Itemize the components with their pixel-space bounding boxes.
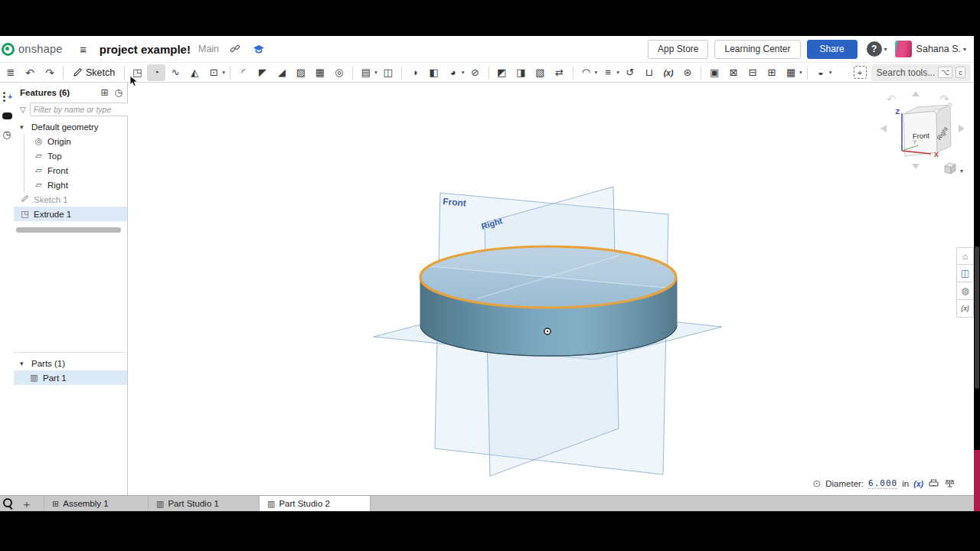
move-face-icon[interactable]: ◩	[493, 64, 511, 81]
tree-row-sketch1[interactable]: Sketch 1	[14, 192, 127, 207]
tree-row-origin[interactable]: ◎ Origin	[24, 134, 127, 148]
dropdown-caret-icon[interactable]: ▾	[595, 69, 598, 76]
diameter-value[interactable]: 6.000	[868, 478, 897, 489]
shell-icon[interactable]: ▦	[311, 64, 329, 81]
tree-row-extrude1[interactable]: ◳ Extrude 1	[14, 207, 127, 221]
roll-ccw-icon[interactable]: ↶	[887, 93, 896, 105]
redo-button[interactable]: ↷	[40, 67, 60, 79]
configuration-panel-button[interactable]: ◍	[956, 282, 974, 300]
part-row[interactable]: ▥ Part 1	[14, 370, 127, 385]
page-scrollbar-track[interactable]	[974, 0, 980, 551]
sketch-button[interactable]: Sketch	[67, 64, 121, 81]
menu-icon[interactable]: ≡	[75, 43, 92, 56]
tree-row-front[interactable]: ▱ Front	[24, 163, 127, 178]
panel-scrollbar[interactable]	[16, 227, 121, 233]
dropdown-caret-icon[interactable]: ▾	[222, 69, 225, 76]
comments-icon[interactable]	[2, 112, 12, 119]
hole-icon[interactable]: ◎	[330, 64, 348, 81]
helix-icon[interactable]: ↺	[621, 64, 639, 81]
dropdown-caret-icon[interactable]: ▾	[462, 69, 465, 76]
tab-part-studio-2[interactable]: ▥ Part Studio 2	[260, 496, 371, 511]
rollback-clock-icon[interactable]: ◷	[115, 87, 122, 98]
split-icon[interactable]: ◧	[425, 64, 443, 81]
tree-row-default-geometry[interactable]: ▾ Default geometry	[14, 119, 127, 134]
variables-panel-button[interactable]: (x)	[956, 300, 974, 318]
roll-cw-icon[interactable]: ↷	[940, 93, 949, 105]
parts-header-row[interactable]: ▾ Parts (1)	[14, 356, 127, 370]
section-view-icon[interactable]: ◒	[812, 64, 830, 81]
variable-toggle-icon[interactable]: (x)	[913, 479, 923, 488]
chamfer-icon[interactable]: ◤	[253, 64, 272, 81]
user-name[interactable]: Sahana S.	[916, 44, 961, 54]
rotate-down-arrow[interactable]	[912, 164, 920, 169]
tree-row-top[interactable]: ▱ Top	[24, 148, 127, 163]
modify-fillet-icon[interactable]: ◕	[444, 64, 462, 81]
view-cube[interactable]: ↶ ↷ Top Front Right Z X Y	[880, 83, 965, 169]
filter-input[interactable]	[30, 103, 142, 116]
add-folder-icon[interactable]: ⊞	[100, 87, 108, 98]
tab-assembly-1[interactable]: ⊞ Assembly 1	[44, 496, 149, 511]
surface-icon[interactable]: ◠	[577, 64, 596, 81]
boolean-icon[interactable]: ◑	[406, 64, 424, 81]
view-options-button[interactable]: ▾	[945, 163, 963, 174]
search-tabs-icon[interactable]	[2, 496, 15, 511]
rotate-left-arrow[interactable]	[880, 125, 887, 132]
dropdown-caret-icon[interactable]: ▾	[616, 69, 619, 76]
sheet-metal-icon[interactable]: ≡	[599, 64, 617, 81]
help-caret-icon[interactable]: ▾	[884, 46, 887, 53]
transform-icon[interactable]: ⇄	[550, 64, 569, 81]
mirror-icon[interactable]: ◫	[379, 64, 397, 81]
undo-button[interactable]: ↶	[20, 67, 40, 79]
material-panel-button[interactable]: ⌂	[956, 247, 974, 265]
fillet-icon[interactable]: ◜	[234, 64, 253, 81]
add-tab-button[interactable]: +	[15, 496, 38, 511]
modify-part-icon[interactable]: ⊠	[724, 64, 743, 81]
help-icon[interactable]: ?	[867, 41, 882, 57]
share-button[interactable]: Share	[807, 40, 858, 59]
rib-icon[interactable]: ▨	[292, 64, 310, 81]
rotate-up-arrow[interactable]	[912, 91, 920, 96]
print-icon[interactable]	[928, 478, 939, 488]
composite-part-icon[interactable]: ⊛	[678, 64, 697, 81]
linear-pattern-icon[interactable]: ▤	[357, 64, 375, 81]
part-icon[interactable]: ▣	[705, 64, 724, 81]
learning-cap-icon[interactable]	[253, 44, 265, 54]
loft-icon[interactable]: ◭	[185, 64, 204, 81]
replace-face-icon[interactable]: ◨	[512, 64, 531, 81]
learning-center-button[interactable]: Learning Center	[714, 40, 800, 59]
boolean-part-icon[interactable]: ⊞	[763, 64, 781, 81]
view-options-caret-icon[interactable]: ▾	[960, 168, 963, 174]
rotate-right-arrow[interactable]	[959, 125, 965, 132]
search-tools-input[interactable]: Search tools... ⌥ c	[871, 64, 971, 81]
thicken-icon[interactable]: ⊡	[204, 64, 223, 81]
feature-list-toggle-icon[interactable]: ≣	[2, 64, 20, 81]
tree-row-right[interactable]: ▱ Right	[24, 178, 127, 192]
history-icon[interactable]: ◷	[2, 130, 11, 139]
chevron-down-icon[interactable]: ▾	[20, 360, 28, 367]
origin-marker[interactable]	[544, 328, 550, 334]
insert-item-icon[interactable]: +	[3, 92, 11, 102]
delete-face-icon[interactable]: ⊘	[466, 64, 485, 81]
dropdown-caret-icon[interactable]: ▾	[374, 69, 377, 76]
dropdown-caret-icon[interactable]: ▾	[829, 69, 832, 76]
user-caret-icon[interactable]: ▾	[963, 46, 966, 53]
display-panel-button[interactable]: ◫	[956, 265, 974, 282]
app-store-button[interactable]: App Store	[648, 40, 708, 59]
revolve-icon[interactable]: ◔	[147, 64, 165, 81]
draft-icon[interactable]: ◢	[273, 64, 291, 81]
link-icon[interactable]	[230, 44, 240, 54]
units-scale-icon[interactable]	[944, 478, 956, 488]
sweep-icon[interactable]: ∿	[166, 64, 185, 81]
chevron-down-icon[interactable]: ▾	[20, 123, 28, 131]
pattern-part-icon[interactable]: ▦	[782, 64, 800, 81]
branch-name[interactable]: Main	[198, 44, 219, 54]
document-title[interactable]: project example!	[100, 43, 191, 56]
variable-icon[interactable]: (x)	[659, 64, 678, 81]
page-scrollbar-thumb[interactable]	[975, 246, 979, 389]
export-part-icon[interactable]: ⊟	[743, 64, 762, 81]
avatar[interactable]	[895, 41, 912, 57]
enclose-icon[interactable]: ⊔	[640, 64, 658, 81]
center-view-icon[interactable]: +	[854, 66, 867, 79]
model-canvas[interactable]: Front Right ↶ ↷ Top Front Right	[128, 83, 974, 495]
dropdown-caret-icon[interactable]: ▾	[799, 69, 802, 76]
